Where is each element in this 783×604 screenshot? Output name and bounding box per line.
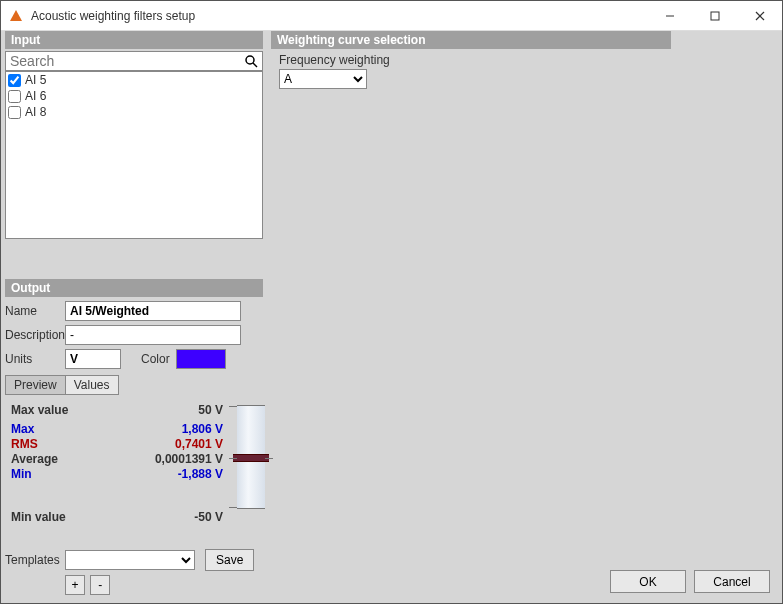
remove-template-button[interactable]: -	[90, 575, 110, 595]
units-field[interactable]	[65, 349, 121, 369]
input-panel: Input AI 5 AI 6 AI 8	[5, 31, 263, 239]
output-panel: Output Name Description Units Color Prev…	[5, 279, 263, 595]
minimize-button[interactable]	[647, 1, 692, 31]
save-button[interactable]: Save	[205, 549, 254, 571]
templates-label: Templates	[5, 553, 65, 567]
title-bar: Acoustic weighting filters setup	[1, 1, 782, 31]
search-input[interactable]	[5, 51, 263, 71]
name-field[interactable]	[65, 301, 241, 321]
svg-point-5	[246, 56, 254, 64]
frequency-weighting-label: Frequency weighting	[279, 53, 671, 67]
svg-marker-0	[10, 10, 22, 21]
channel-checkbox[interactable]	[8, 90, 21, 103]
ok-button[interactable]: OK	[610, 570, 686, 593]
value-gauge	[237, 405, 265, 509]
color-swatch[interactable]	[176, 349, 226, 369]
min: -1,888 V	[115, 467, 223, 482]
list-item[interactable]: AI 5	[6, 72, 262, 88]
channel-list[interactable]: AI 5 AI 6 AI 8	[5, 71, 263, 239]
svg-line-6	[253, 63, 257, 67]
list-item[interactable]: AI 8	[6, 104, 262, 120]
avg: 0,0001391 V	[115, 452, 223, 467]
tab-preview[interactable]: Preview	[5, 375, 66, 395]
rms: 0,7401 V	[115, 437, 223, 452]
tab-values[interactable]: Values	[65, 375, 119, 395]
input-header: Input	[5, 31, 263, 49]
channel-label: AI 6	[25, 89, 46, 103]
add-template-button[interactable]: +	[65, 575, 85, 595]
output-header: Output	[5, 279, 263, 297]
templates-select[interactable]	[65, 550, 195, 570]
units-label: Units	[5, 352, 65, 366]
app-icon	[1, 9, 31, 23]
preview-area: Max value Max RMS Average Min Min value …	[5, 403, 263, 533]
search-icon	[243, 53, 259, 69]
maximize-button[interactable]	[692, 1, 737, 31]
max-value: 50 V	[115, 403, 223, 418]
channel-label: AI 8	[25, 105, 46, 119]
channel-label: AI 5	[25, 73, 46, 87]
channel-checkbox[interactable]	[8, 106, 21, 119]
weighting-panel: Weighting curve selection Frequency weig…	[271, 31, 671, 89]
min-value: -50 V	[115, 510, 223, 525]
max: 1,806 V	[115, 422, 223, 437]
channel-checkbox[interactable]	[8, 74, 21, 87]
name-label: Name	[5, 304, 65, 318]
color-label: Color	[141, 352, 170, 366]
list-item[interactable]: AI 6	[6, 88, 262, 104]
svg-rect-2	[711, 12, 719, 20]
window-title: Acoustic weighting filters setup	[31, 9, 195, 23]
cancel-button[interactable]: Cancel	[694, 570, 770, 593]
frequency-weighting-select[interactable]: A	[279, 69, 367, 89]
close-button[interactable]	[737, 1, 782, 31]
description-label: Description	[5, 328, 65, 342]
description-field[interactable]	[65, 325, 241, 345]
weighting-header: Weighting curve selection	[271, 31, 671, 49]
